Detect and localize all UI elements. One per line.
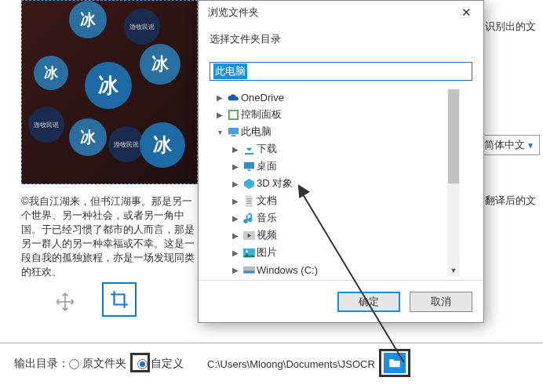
svg-rect-3 — [231, 135, 235, 136]
badge: 冰 — [69, 1, 107, 38]
tree-item-downloads[interactable]: ▶ 下载 — [210, 140, 460, 158]
folder-path-input[interactable]: 此电脑 — [210, 62, 472, 81]
expand-icon[interactable]: ▶ — [230, 231, 241, 240]
tree-item-documents[interactable]: ▶ 文档 — [210, 192, 460, 209]
expand-icon[interactable]: ▶ — [230, 214, 241, 223]
language-value: 简体中文 — [484, 138, 525, 152]
dialog-title: 浏览文件夹 — [208, 5, 259, 20]
radio-original-folder[interactable] — [69, 359, 79, 369]
tree-item-onedrive[interactable]: ▶ OneDrive — [210, 89, 460, 106]
tree-scrollbar[interactable]: ▲ ▼ — [447, 89, 460, 277]
cube-icon — [241, 178, 257, 190]
image-caption: ©我自江湖来，但书江湖事。那是另一个世界、另一种社会，或者另一角中国。于已经习惯… — [21, 194, 198, 279]
svg-rect-10 — [243, 270, 253, 273]
svg-rect-1 — [229, 111, 236, 118]
pc-icon — [225, 126, 241, 138]
svg-rect-2 — [228, 127, 238, 133]
collapse-icon[interactable]: ▾ — [214, 128, 225, 136]
radio-custom-label[interactable]: 自定义 — [151, 357, 184, 371]
expand-icon[interactable]: ▶ — [230, 162, 241, 171]
badge: 冰 — [85, 62, 132, 109]
annotation-box — [379, 349, 410, 377]
expand-icon[interactable]: ▶ — [230, 145, 241, 154]
dialog-subtitle: 选择文件夹目录 — [210, 32, 472, 46]
scroll-thumb[interactable] — [448, 89, 459, 183]
badge: 冰 — [140, 122, 185, 168]
tree-item-control-panel[interactable]: ▶ 控制面板 — [210, 106, 460, 123]
expand-icon[interactable]: ▶ — [230, 180, 241, 188]
preview-image: 冰 游牧民谣 冰 冰 冰 游牧民谣 冰 游牧民谣 冰 — [21, 0, 198, 184]
output-path: C:\Users\Mloong\Documents\JSOCR — [207, 358, 375, 370]
tree-item-3d-objects[interactable]: ▶ 3D 对象 — [210, 175, 460, 192]
tree-item-desktop[interactable]: ▶ 桌面 — [210, 158, 460, 175]
browse-folder-dialog: 浏览文件夹 ✕ 选择文件夹目录 此电脑 ▶ OneDrive ▶ 控制面板 ▾ — [198, 0, 484, 323]
downloads-icon — [241, 143, 257, 155]
language-select[interactable]: 简体中文 ▼ — [479, 135, 540, 155]
expand-icon[interactable]: ▶ — [230, 266, 241, 274]
badge: 游牧民谣 — [28, 107, 64, 143]
badge: 冰 — [140, 44, 180, 85]
dialog-titlebar: 浏览文件夹 ✕ — [199, 1, 483, 24]
desktop-icon — [241, 161, 257, 172]
close-button[interactable]: ✕ — [455, 4, 477, 21]
document-icon — [241, 195, 257, 207]
tree-item-drive-c[interactable]: ▶ Windows (C:) — [210, 261, 460, 277]
annotation-box — [130, 353, 150, 372]
label-recognized: 识别出的文 — [485, 20, 536, 34]
badge: 游牧民谣 — [124, 9, 160, 45]
divider — [0, 343, 543, 343]
expand-icon[interactable]: ▶ — [230, 249, 241, 257]
drive-icon — [241, 264, 257, 276]
tree-item-videos[interactable]: ▶ 视频 — [210, 227, 460, 244]
crop-button[interactable] — [102, 282, 137, 317]
cloud-icon — [225, 92, 241, 103]
badge: 冰 — [34, 56, 68, 90]
picture-icon — [241, 247, 257, 259]
control-panel-icon — [225, 109, 241, 121]
output-label: 输出目录： — [14, 357, 69, 371]
music-icon — [241, 212, 257, 224]
dialog-footer: 确定 取消 — [199, 280, 483, 322]
chevron-down-icon: ▼ — [527, 141, 534, 150]
expand-icon[interactable]: ▶ — [214, 111, 225, 119]
radio-original-label[interactable]: 原文件夹 — [82, 357, 126, 371]
input-value-selected: 此电脑 — [213, 64, 247, 79]
label-translated: 翻译后的文 — [485, 194, 536, 208]
badge: 冰 — [69, 118, 107, 156]
scroll-down-icon[interactable]: ▼ — [447, 264, 460, 277]
output-row: 输出目录： 原文件夹 自定义 C:\Users\Mloong\Documents… — [14, 357, 375, 371]
svg-point-8 — [246, 250, 248, 252]
expand-icon[interactable]: ▶ — [230, 197, 241, 205]
ok-button[interactable]: 确定 — [337, 292, 400, 312]
svg-rect-5 — [247, 169, 250, 171]
folder-tree: ▶ OneDrive ▶ 控制面板 ▾ 此电脑 ▶ 下载 — [210, 89, 472, 277]
video-icon — [241, 230, 257, 241]
tree-item-pictures[interactable]: ▶ 图片 — [210, 244, 460, 261]
cancel-button[interactable]: 取消 — [410, 292, 472, 312]
svg-rect-4 — [243, 162, 253, 168]
expand-icon[interactable]: ▶ — [214, 93, 225, 102]
tree-item-music[interactable]: ▶ 音乐 — [210, 209, 460, 227]
move-icon[interactable] — [53, 290, 77, 314]
tree-item-this-pc[interactable]: ▾ 此电脑 — [210, 123, 460, 140]
